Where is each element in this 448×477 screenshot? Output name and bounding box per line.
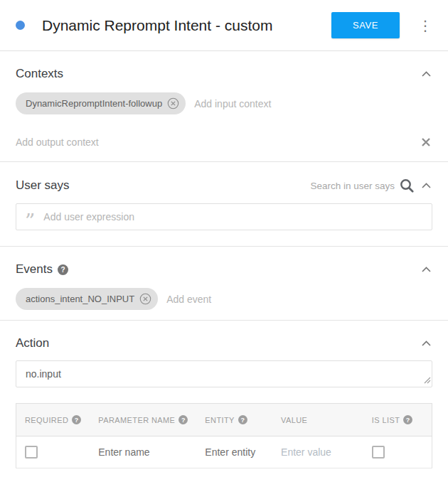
clear-contexts-icon[interactable] bbox=[420, 136, 432, 149]
add-user-expression-field[interactable] bbox=[43, 211, 423, 223]
add-event-field[interactable] bbox=[166, 294, 432, 305]
parameters-header-row: REQUIRED? PARAMETER NAME? ENTITY? VALUE … bbox=[16, 404, 432, 436]
user-says-section: User says ” bbox=[16, 162, 432, 230]
action-value: no.input bbox=[26, 368, 61, 380]
user-says-section-header: User says bbox=[16, 162, 432, 193]
contexts-section-header: Contexts bbox=[16, 51, 432, 81]
value-field[interactable] bbox=[281, 446, 355, 458]
more-options-icon[interactable]: ⋮ bbox=[414, 16, 437, 36]
col-value-label: VALUE bbox=[281, 416, 307, 424]
required-checkbox[interactable] bbox=[25, 446, 38, 459]
parameter-name-field[interactable] bbox=[98, 446, 188, 458]
user-says-collapse-icon[interactable] bbox=[420, 180, 432, 191]
contexts-section: Contexts DynamicRepromptIntent-followup bbox=[16, 51, 432, 161]
add-input-context-field[interactable] bbox=[194, 98, 432, 109]
input-context-chip-label: DynamicRepromptIntent-followup bbox=[26, 98, 162, 109]
user-says-search bbox=[297, 178, 415, 193]
entity-field[interactable] bbox=[205, 446, 264, 458]
search-input[interactable] bbox=[297, 181, 395, 191]
action-collapse-icon[interactable] bbox=[420, 338, 432, 349]
events-collapse-icon[interactable] bbox=[420, 264, 432, 275]
parameter-name-help-icon[interactable]: ? bbox=[178, 415, 188, 424]
parameter-row bbox=[16, 436, 432, 468]
is-list-checkbox[interactable] bbox=[372, 446, 385, 459]
event-chip-label: actions_intent_NO_INPUT bbox=[26, 294, 134, 304]
page-title: Dynamic Reprompt Intent - custom bbox=[42, 17, 331, 34]
is-list-help-icon[interactable]: ? bbox=[403, 415, 412, 424]
events-section: Events ? actions_intent_NO_INPUT bbox=[16, 247, 432, 320]
resize-grip-icon[interactable] bbox=[424, 375, 431, 386]
events-row: actions_intent_NO_INPUT bbox=[16, 277, 432, 320]
output-contexts-row bbox=[16, 124, 432, 161]
action-input[interactable]: no.input bbox=[16, 360, 432, 387]
header: Dynamic Reprompt Intent - custom SAVE ⋮ bbox=[0, 0, 448, 51]
events-title: Events bbox=[16, 262, 53, 277]
add-output-context-field[interactable] bbox=[16, 136, 420, 148]
save-button[interactable]: SAVE bbox=[331, 12, 400, 38]
action-section-header: Action bbox=[16, 321, 432, 350]
contexts-collapse-icon[interactable] bbox=[420, 68, 432, 80]
action-title: Action bbox=[16, 336, 49, 350]
event-chip[interactable]: actions_intent_NO_INPUT bbox=[16, 288, 158, 310]
col-is-list-label: IS LIST bbox=[372, 416, 400, 424]
parameters-table: REQUIRED? PARAMETER NAME? ENTITY? VALUE … bbox=[16, 403, 432, 468]
entity-help-icon[interactable]: ? bbox=[238, 415, 247, 424]
contexts-title: Contexts bbox=[16, 67, 63, 81]
events-help-icon[interactable]: ? bbox=[58, 264, 68, 275]
required-help-icon[interactable]: ? bbox=[72, 415, 81, 424]
user-expression-box: ” bbox=[16, 203, 432, 230]
remove-event-icon[interactable] bbox=[139, 293, 151, 305]
events-section-header: Events ? bbox=[16, 247, 432, 277]
input-contexts-row: DynamicRepromptIntent-followup bbox=[16, 81, 432, 124]
col-entity-label: ENTITY bbox=[205, 416, 235, 424]
input-context-chip[interactable]: DynamicRepromptIntent-followup bbox=[16, 92, 186, 114]
intent-status-dot bbox=[16, 21, 25, 30]
action-section: Action no.input bbox=[16, 321, 432, 387]
search-icon[interactable] bbox=[399, 178, 415, 193]
col-required-label: REQUIRED bbox=[25, 416, 68, 424]
intent-form: Contexts DynamicRepromptIntent-followup bbox=[0, 51, 448, 468]
user-says-title: User says bbox=[16, 178, 70, 193]
col-parameter-name-label: PARAMETER NAME bbox=[98, 416, 175, 424]
remove-input-context-icon[interactable] bbox=[167, 97, 179, 109]
